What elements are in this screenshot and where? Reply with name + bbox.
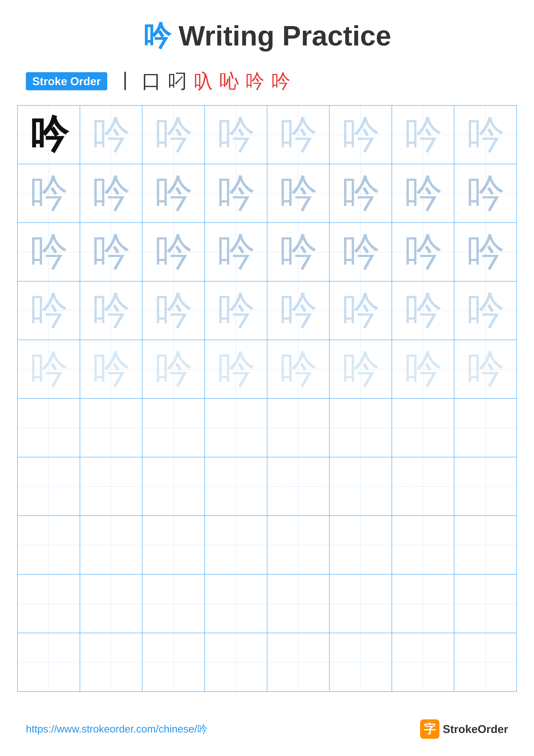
char-guide: 吟 <box>341 115 380 154</box>
grid-cell-5-7: 吟 <box>392 340 454 398</box>
char-guide: 吟 <box>279 232 318 271</box>
grid-cell-6-4 <box>205 399 267 457</box>
grid-cell-3-2: 吟 <box>80 223 142 281</box>
grid-cell-10-2 <box>80 633 142 691</box>
char-guide: 吟 <box>279 350 318 389</box>
grid-cell-3-4: 吟 <box>205 223 267 281</box>
char-guide: 吟 <box>341 291 380 330</box>
grid-cell-8-4 <box>205 516 267 574</box>
grid-cell-10-7 <box>392 633 454 691</box>
char-guide: 吟 <box>216 115 255 154</box>
grid-cell-1-5: 吟 <box>267 106 330 164</box>
grid-cell-2-6: 吟 <box>330 164 392 222</box>
grid-cell-9-6 <box>330 575 392 633</box>
char-guide: 吟 <box>341 350 380 389</box>
char-guide: 吟 <box>154 115 193 154</box>
char-guide: 吟 <box>279 291 318 330</box>
grid-row-8 <box>18 516 516 575</box>
stroke-order-badge: Stroke Order <box>26 72 107 90</box>
stroke-5: 吣 <box>219 68 239 94</box>
title-text: Writing Practice <box>171 20 391 51</box>
stroke-sequence: 丨 口 叼 叺 吣 吟 吟 <box>116 68 291 94</box>
grid-cell-6-1 <box>18 399 80 457</box>
stroke-7: 吟 <box>271 68 291 94</box>
grid-cell-6-7 <box>392 399 454 457</box>
stroke-2: 口 <box>142 68 161 94</box>
char-guide: 吟 <box>154 174 193 213</box>
grid-cell-1-3: 吟 <box>142 106 205 164</box>
grid-cell-4-7: 吟 <box>392 282 454 339</box>
grid-cell-7-6 <box>330 457 392 516</box>
grid-cell-10-5 <box>267 633 330 691</box>
grid-cell-7-4 <box>205 457 267 516</box>
grid-cell-2-5: 吟 <box>267 164 330 222</box>
footer-url[interactable]: https://www.strokeorder.com/chinese/吟 <box>26 722 207 736</box>
grid-cell-3-5: 吟 <box>267 223 330 281</box>
grid-cell-5-6: 吟 <box>330 340 392 398</box>
grid-cell-4-4: 吟 <box>205 282 267 339</box>
grid-cell-1-4: 吟 <box>205 106 267 164</box>
grid-cell-8-2 <box>80 516 142 574</box>
char-guide: 吟 <box>404 115 443 154</box>
stroke-6: 吟 <box>245 68 265 94</box>
grid-cell-7-3 <box>142 457 205 516</box>
grid-cell-2-7: 吟 <box>392 164 454 222</box>
char-guide: 吟 <box>341 232 380 271</box>
grid-cell-7-2 <box>80 457 142 516</box>
title-char: 吟 <box>143 20 171 51</box>
page-footer: https://www.strokeorder.com/chinese/吟 字 … <box>0 719 534 739</box>
grid-cell-3-1: 吟 <box>18 223 80 281</box>
grid-cell-10-3 <box>142 633 205 691</box>
grid-cell-9-8 <box>454 575 516 633</box>
grid-row-1: 吟 吟 吟 吟 吟 吟 吟 吟 <box>18 106 516 164</box>
grid-cell-4-6: 吟 <box>330 282 392 339</box>
char-guide: 吟 <box>154 350 193 389</box>
char-guide: 吟 <box>279 174 318 213</box>
grid-cell-10-8 <box>454 633 516 691</box>
grid-cell-1-1: 吟 <box>18 106 80 164</box>
grid-cell-1-2: 吟 <box>80 106 142 164</box>
stroke-order-section: Stroke Order 丨 口 叼 叺 吣 吟 吟 <box>0 68 534 94</box>
grid-row-6 <box>18 399 516 457</box>
char-guide: 吟 <box>91 115 130 154</box>
grid-cell-8-8 <box>454 516 516 574</box>
char-display: 吟 <box>29 115 68 154</box>
grid-cell-10-4 <box>205 633 267 691</box>
char-guide: 吟 <box>29 350 68 389</box>
grid-cell-1-8: 吟 <box>454 106 516 164</box>
grid-cell-4-2: 吟 <box>80 282 142 339</box>
grid-cell-4-3: 吟 <box>142 282 205 339</box>
stroke-1: 丨 <box>116 68 135 94</box>
grid-row-7 <box>18 457 516 516</box>
grid-cell-1-7: 吟 <box>392 106 454 164</box>
char-guide: 吟 <box>341 174 380 213</box>
grid-cell-3-7: 吟 <box>392 223 454 281</box>
grid-cell-9-7 <box>392 575 454 633</box>
grid-cell-6-5 <box>267 399 330 457</box>
grid-cell-6-6 <box>330 399 392 457</box>
footer-logo-icon: 字 <box>420 719 440 739</box>
char-guide: 吟 <box>466 350 505 389</box>
grid-cell-9-3 <box>142 575 205 633</box>
char-guide: 吟 <box>466 232 505 271</box>
grid-row-2: 吟 吟 吟 吟 吟 吟 吟 吟 <box>18 164 516 223</box>
grid-cell-5-4: 吟 <box>205 340 267 398</box>
char-guide: 吟 <box>154 291 193 330</box>
char-guide: 吟 <box>29 232 68 271</box>
page-header: 吟 Writing Practice <box>0 0 534 68</box>
grid-cell-9-2 <box>80 575 142 633</box>
stroke-4: 叺 <box>193 68 213 94</box>
grid-cell-2-8: 吟 <box>454 164 516 222</box>
grid-cell-2-2: 吟 <box>80 164 142 222</box>
char-guide: 吟 <box>216 174 255 213</box>
grid-row-3: 吟 吟 吟 吟 吟 吟 吟 吟 <box>18 223 516 282</box>
stroke-3: 叼 <box>167 68 187 94</box>
char-guide: 吟 <box>404 291 443 330</box>
grid-cell-6-3 <box>142 399 205 457</box>
char-guide: 吟 <box>404 174 443 213</box>
grid-cell-8-1 <box>18 516 80 574</box>
grid-cell-3-3: 吟 <box>142 223 205 281</box>
char-guide: 吟 <box>466 291 505 330</box>
practice-grid: 吟 吟 吟 吟 吟 吟 吟 吟 吟 吟 吟 <box>17 105 517 692</box>
char-guide: 吟 <box>29 174 68 213</box>
